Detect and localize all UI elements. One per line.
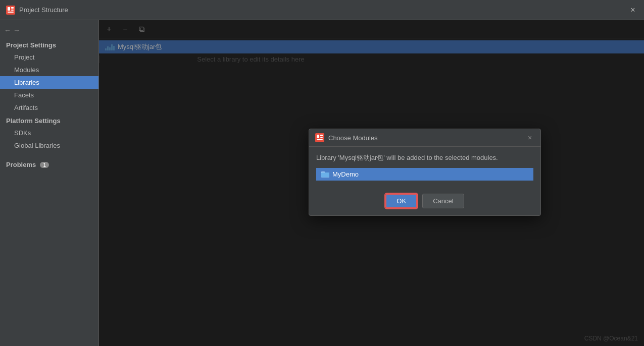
modal-title-left: Choose Modules [315, 133, 378, 142]
sidebar-item-artifacts[interactable]: Artifacts [0, 101, 98, 114]
svg-rect-5 [315, 133, 324, 142]
main-container: ← → Project Settings Project Modules Lib… [0, 20, 644, 346]
module-item-mydemo[interactable]: MyDemo [316, 168, 533, 181]
back-arrow[interactable]: ← [4, 26, 11, 34]
svg-rect-2 [11, 7, 14, 9]
sidebar-item-modules[interactable]: Modules [0, 64, 98, 76]
module-list: MyDemo [316, 168, 533, 181]
title-bar-left: Project Structure [6, 6, 68, 15]
svg-rect-3 [11, 10, 14, 11]
problems-row[interactable]: Problems 1 [0, 158, 98, 171]
content-area: + − ⧉ Mysql驱动jar包 Selec [99, 20, 644, 346]
title-bar: Project Structure × [0, 0, 644, 20]
problems-badge: 1 [40, 162, 49, 168]
svg-rect-12 [321, 172, 329, 177]
nav-arrows: ← → [0, 24, 98, 38]
svg-rect-6 [317, 135, 319, 138]
modal-titlebar: Choose Modules × [309, 129, 540, 147]
svg-rect-8 [320, 137, 323, 138]
modal-description: Library 'Mysql驱动jar包' will be added to t… [316, 153, 533, 163]
modal-overlay: Choose Modules × Library 'Mysql驱动jar包' w… [99, 20, 644, 346]
folder-icon [321, 170, 329, 178]
choose-modules-dialog: Choose Modules × Library 'Mysql驱动jar包' w… [309, 129, 541, 216]
intellij-icon [6, 6, 15, 15]
svg-rect-4 [8, 12, 14, 13]
problems-label: Problems [6, 161, 36, 168]
platform-settings-header: Platform Settings [0, 114, 98, 127]
sidebar: ← → Project Settings Project Modules Lib… [0, 20, 99, 346]
cancel-button[interactable]: Cancel [422, 194, 464, 208]
forward-arrow[interactable]: → [13, 26, 20, 34]
modal-intellij-icon [315, 133, 324, 142]
modal-body: Library 'Mysql驱动jar包' will be added to t… [309, 147, 540, 194]
svg-rect-9 [317, 139, 323, 140]
sidebar-item-libraries[interactable]: Libraries [0, 76, 98, 89]
modal-footer: OK Cancel [309, 194, 540, 215]
sidebar-item-global-libraries[interactable]: Global Libraries [0, 139, 98, 152]
modal-title-text: Choose Modules [328, 134, 378, 142]
svg-rect-1 [8, 7, 10, 11]
close-button[interactable]: × [628, 5, 638, 15]
module-item-label: MyDemo [332, 170, 359, 178]
svg-rect-7 [320, 135, 323, 136]
window-title: Project Structure [19, 6, 68, 14]
project-settings-header: Project Settings [0, 38, 98, 51]
modal-close-button[interactable]: × [525, 133, 534, 142]
svg-rect-0 [6, 6, 15, 15]
sidebar-item-project[interactable]: Project [0, 51, 98, 64]
sidebar-item-sdks[interactable]: SDKs [0, 127, 98, 139]
ok-button[interactable]: OK [385, 194, 417, 208]
sidebar-item-facets[interactable]: Facets [0, 89, 98, 101]
